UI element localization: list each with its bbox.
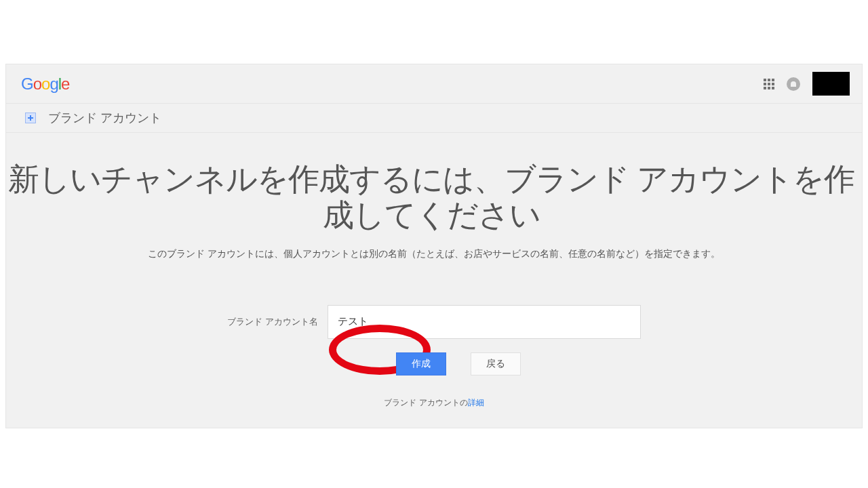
- main-content: 新しいチャンネルを作成するには、ブランド アカウントを作成してください このブラ…: [6, 133, 862, 428]
- form-row: ブランド アカウント名: [6, 305, 862, 339]
- google-logo[interactable]: Google: [21, 75, 69, 94]
- brand-name-label: ブランド アカウント名: [227, 316, 318, 328]
- page-description: このブランド アカウントには、個人アカウントとは別の名前（たとえば、お店やサービ…: [6, 248, 862, 260]
- back-button[interactable]: 戻る: [471, 352, 521, 375]
- footnote: ブランド アカウントの詳細: [6, 397, 862, 428]
- account-avatar[interactable]: [812, 72, 850, 96]
- button-row: 作成 戻る: [396, 352, 521, 375]
- create-button[interactable]: 作成: [396, 352, 446, 375]
- brand-account-icon: [25, 113, 36, 123]
- breadcrumb-title: ブランド アカウント: [48, 110, 161, 126]
- brand-name-input[interactable]: [328, 305, 641, 339]
- apps-icon[interactable]: [764, 79, 774, 89]
- page-title: 新しいチャンネルを作成するには、ブランド アカウントを作成してください: [1, 161, 862, 233]
- footnote-text: ブランド アカウントの: [384, 398, 467, 407]
- header: Google: [6, 64, 862, 103]
- notifications-icon[interactable]: [787, 77, 800, 91]
- breadcrumb: ブランド アカウント: [6, 103, 862, 133]
- app-window: Google ブランド アカウント 新しいチャンネルを作成するには、ブランド ア…: [5, 64, 863, 428]
- details-link[interactable]: 詳細: [468, 398, 484, 407]
